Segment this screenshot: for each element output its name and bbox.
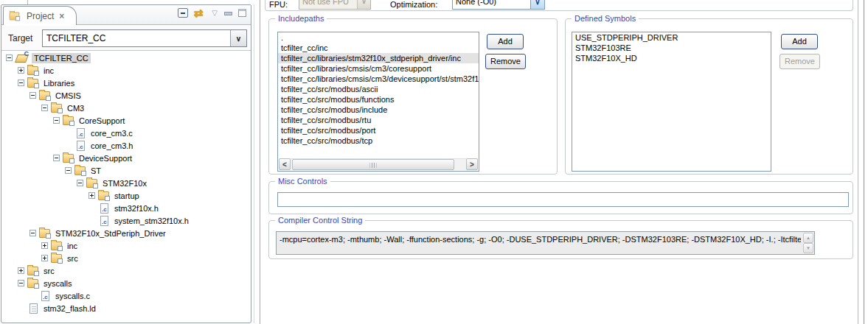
defined-symbol-item[interactable]: STM32F10X_HD — [572, 53, 771, 63]
collapse-all-icon[interactable] — [178, 8, 188, 18]
horizontal-scrollbar[interactable]: < > — [279, 158, 478, 170]
tree-indent — [1, 208, 88, 208]
defined-symbols-listbox[interactable]: USE_STDPERIPH_DRIVERSTM32F103RESTM32F10X… — [572, 32, 771, 172]
collapse-minus-icon[interactable] — [29, 92, 36, 99]
includepath-item[interactable]: tcfilter_cc/src/modbus/include — [278, 105, 479, 115]
misc-controls-input[interactable] — [277, 192, 849, 207]
tree-item-label: core_cm3.h — [88, 141, 135, 151]
includepath-item[interactable]: tcfilter_cc/src/modbus/rtu — [278, 115, 479, 125]
maximize-icon[interactable] — [238, 9, 246, 17]
vertical-scrollbar[interactable]: ▲ ▼ — [803, 233, 813, 253]
expand-plus-icon[interactable] — [18, 267, 24, 274]
collapse-minus-icon[interactable] — [65, 167, 72, 174]
tree-item[interactable]: DeviceSupport — [1, 152, 251, 164]
tree-item-label: core_cm3.c — [88, 128, 135, 138]
project-icon — [15, 53, 29, 63]
expand-plus-icon[interactable] — [88, 192, 95, 199]
expand-plus-icon[interactable] — [18, 67, 24, 74]
tree-item[interactable]: syscalls — [1, 277, 251, 289]
tree-item-label: CM3 — [65, 103, 86, 113]
chevron-down-icon[interactable]: ∨ — [530, 0, 544, 9]
tree-item[interactable]: core_cm3.c — [1, 127, 251, 139]
includepath-item[interactable]: . — [278, 32, 479, 43]
tree-item[interactable]: TCFILTER_CC — [1, 52, 251, 64]
defined-symbols-add-button[interactable]: Add — [781, 34, 818, 49]
collapse-minus-icon[interactable] — [77, 180, 83, 186]
tree-item-label: stm32f10x.h — [112, 203, 161, 214]
defined-symbols-items: USE_STDPERIPH_DRIVERSTM32F103RESTM32F10X… — [572, 32, 771, 63]
scroll-up-icon[interactable]: ▲ — [803, 233, 813, 243]
fpu-label: FPU: — [269, 0, 288, 9]
includepaths-add-button[interactable]: Add — [487, 34, 524, 49]
tree-item[interactable]: inc — [1, 239, 251, 252]
view-menu-icon[interactable]: ▽ — [212, 10, 218, 17]
includepath-item[interactable]: tcfilter_cc/src/modbus/port — [278, 125, 479, 135]
folder-icon — [39, 91, 50, 100]
target-combobox[interactable]: TCFILTER_CC ∨ — [42, 29, 247, 47]
collapse-minus-icon[interactable] — [53, 117, 60, 124]
tree-item[interactable]: CM3 — [1, 102, 251, 114]
tree-item-label: CMSIS — [53, 91, 83, 101]
folder-icon — [74, 166, 86, 175]
cfile-icon — [100, 203, 108, 214]
includepath-item[interactable]: tcfilter_cc/libraries/stm32f10x_stdperip… — [278, 53, 479, 63]
tree-item[interactable]: Libraries — [1, 77, 251, 89]
tree-item[interactable]: startup — [1, 189, 251, 202]
tree-item[interactable]: STM32F10x — [1, 177, 251, 189]
tree-item[interactable]: syscalls.c — [1, 289, 251, 302]
includepath-item[interactable]: tcfilter_cc/src/modbus/ascii — [278, 84, 479, 94]
scrollbar-track[interactable] — [291, 158, 466, 170]
link-with-editor-icon[interactable]: ⇄ — [194, 8, 204, 18]
scroll-right-icon[interactable]: > — [466, 158, 478, 170]
minimize-icon[interactable] — [223, 9, 232, 17]
chevron-down-icon: ∨ — [357, 0, 370, 9]
includepaths-items: .tcfilter_cc/inctcfilter_cc/libraries/st… — [278, 32, 479, 146]
defined-symbol-item[interactable]: STM32F103RE — [572, 43, 771, 53]
right-edge-line — [864, 0, 864, 324]
collapse-minus-icon[interactable] — [53, 155, 60, 161]
tree-item[interactable]: src — [1, 252, 251, 264]
scrollbar-thumb[interactable] — [292, 159, 454, 170]
includepath-item[interactable]: tcfilter_cc/inc — [278, 43, 479, 53]
target-label: Target — [8, 33, 32, 43]
tree-item[interactable]: stm32f10x.h — [1, 202, 251, 214]
tree-indent — [1, 220, 88, 221]
includepath-item[interactable]: tcfilter_cc/libraries/cmsis/cm3/coresupp… — [278, 63, 479, 74]
left-panel-outer-line — [254, 4, 254, 323]
includepath-item[interactable]: tcfilter_cc/src/modbus/functions — [278, 94, 479, 105]
tree-item[interactable]: STM32F10x_StdPeriph_Driver — [1, 227, 251, 239]
includepaths-remove-button[interactable]: Remove — [485, 54, 526, 69]
close-icon[interactable]: × — [59, 11, 64, 21]
defined-symbol-item[interactable]: USE_STDPERIPH_DRIVER — [572, 32, 771, 43]
project-folder-icon — [10, 12, 20, 20]
tree-item[interactable]: CoreSupport — [1, 114, 251, 127]
tree-item[interactable]: inc — [1, 64, 251, 77]
tree-indent — [1, 70, 18, 71]
tree-item[interactable]: CMSIS — [1, 89, 251, 102]
collapse-minus-icon[interactable] — [29, 230, 36, 236]
scroll-down-icon[interactable]: ▼ — [803, 243, 813, 253]
includepaths-listbox[interactable]: .tcfilter_cc/inctcfilter_cc/libraries/st… — [277, 32, 479, 172]
tree-item-label: stm32_flash.ld — [41, 303, 98, 314]
tree-item[interactable]: src — [1, 264, 251, 277]
misc-controls-group-title: Misc Controls — [275, 177, 330, 186]
optimization-combobox[interactable]: None (-O0) ∨ — [452, 0, 545, 10]
expand-plus-icon[interactable] — [41, 242, 48, 249]
tab-project[interactable]: Project × — [3, 6, 77, 25]
tree-item[interactable]: stm32_flash.ld — [1, 302, 251, 314]
collapse-minus-icon[interactable] — [6, 54, 13, 61]
tree-indent — [88, 208, 100, 208]
scroll-left-icon[interactable]: < — [279, 158, 291, 170]
compiler-control-string-field[interactable]: -mcpu=cortex-m3; -mthumb; -Wall; -ffunct… — [276, 231, 815, 255]
tree-item[interactable]: core_cm3.h — [1, 139, 251, 152]
folder-icon — [63, 116, 74, 125]
chevron-down-icon[interactable]: ∨ — [230, 30, 246, 46]
includepath-item[interactable]: tcfilter_cc/src/modbus/tcp — [278, 135, 479, 146]
collapse-minus-icon[interactable] — [41, 105, 48, 111]
tree-item[interactable]: system_stm32f10x.h — [1, 214, 251, 227]
collapse-minus-icon[interactable] — [18, 80, 24, 86]
expand-plus-icon[interactable] — [41, 255, 48, 261]
collapse-minus-icon[interactable] — [18, 280, 24, 286]
tree-item[interactable]: ST — [1, 164, 251, 177]
includepath-item[interactable]: tcfilter_cc/libraries/cmsis/cm3/devicesu… — [278, 74, 479, 84]
